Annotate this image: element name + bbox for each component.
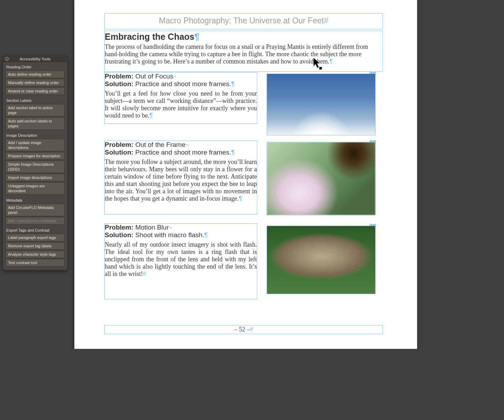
end-of-story-icon: # — [324, 16, 328, 25]
pilcrow-icon: ¶ — [231, 80, 235, 88]
btn-add-update-image-descriptions[interactable]: Add / update image descriptions — [6, 139, 65, 151]
soft-return-icon: ¬ — [173, 74, 176, 80]
pilcrow-icon: ¶ — [194, 32, 199, 42]
pasteboard-gutter — [74, 349, 417, 420]
btn-amend-clear-reading-order[interactable]: Amend or clear reading order — [6, 87, 65, 95]
problem-block-3[interactable]: Problem: Motion Blur¬ Solution: Shoot wi… — [104, 223, 257, 299]
problem-block-2[interactable]: Problem: Out of the Frame¬ Solution: Pra… — [104, 141, 257, 215]
pilcrow-icon: ¶ — [329, 58, 333, 65]
link-icon — [370, 223, 376, 227]
section-heading-image-description: Image Description — [3, 130, 67, 139]
panel-titlebar[interactable]: ✕ Accessibility Tools — [3, 56, 67, 62]
running-header-frame[interactable]: Macro Photography: The Universe at Our F… — [104, 13, 383, 29]
section-heading-metadata: Metadata — [3, 195, 67, 204]
page-number-frame[interactable]: – 52 –# — [104, 325, 383, 334]
btn-analyse-char-style-tags[interactable]: Analyse character style tags — [6, 250, 65, 258]
btn-remove-tag-labels[interactable]: Remove export tag labels — [6, 242, 65, 250]
solution-line: Solution: Practice and shoot more frames… — [105, 80, 257, 88]
image-frame-2[interactable] — [267, 142, 376, 215]
solution-line: Solution: Practice and shoot more frames… — [105, 149, 257, 156]
pilcrow-icon: ¶ — [204, 231, 208, 239]
problem-line: Problem: Out of the Frame¬ — [105, 141, 257, 149]
intro-text-frame[interactable]: Embracing the Chaos¶ The process of hand… — [104, 31, 383, 72]
btn-auto-add-section-labels[interactable]: Auto add section labels to pages — [6, 117, 65, 130]
btn-import-image-descriptions[interactable]: Import image descriptions — [6, 174, 65, 181]
btn-label-paragraph-tags[interactable]: Label paragraph export tags — [6, 234, 65, 241]
btn-auto-define-reading-order[interactable]: Auto define reading order — [6, 70, 65, 78]
btn-prepare-images[interactable]: Prepare images for description — [6, 152, 65, 160]
section-heading-section-labels: Section Labels — [3, 96, 67, 104]
soft-return-icon: ¬ — [169, 225, 172, 231]
placed-image-flower — [267, 142, 375, 215]
solution-line: Solution: Shoot with macro flash.¶ — [105, 231, 257, 239]
btn-add-amend-metadata[interactable]: Add / amend extra metadata — [6, 217, 65, 225]
panel-title: Accessibility Tools — [20, 57, 50, 61]
problem-line: Problem: Out of Focus¬ — [105, 73, 257, 80]
running-header-text: Macro Photography: The Universe at Our F… — [159, 16, 324, 25]
close-icon[interactable]: ✕ — [5, 57, 9, 61]
image-frame-3[interactable] — [267, 226, 376, 294]
btn-manually-define-reading-order[interactable]: Manually define reading order — [6, 79, 65, 87]
soft-return-icon: ¬ — [185, 142, 188, 148]
problem-block-1[interactable]: Problem: Out of Focus¬ Solution: Practic… — [104, 72, 257, 124]
section-heading-reading-order: Reading Order — [3, 62, 67, 70]
image-frame-1[interactable] — [267, 74, 376, 135]
problem-line: Problem: Motion Blur¬ — [105, 224, 257, 231]
section-heading-export-tags: Export Tags and Contrast — [3, 225, 67, 234]
pilcrow-icon: ¶ — [231, 149, 235, 156]
end-of-story-icon: # — [143, 270, 146, 277]
body-text: You’ll get a feel for how close you need… — [105, 90, 257, 119]
placed-image-moth — [267, 226, 375, 294]
btn-sidd[interactable]: Simple Image Descriptions (SIDD) — [6, 160, 65, 173]
placed-image-sky — [267, 74, 375, 135]
body-text: Nearly all of my outdoor insect imagery … — [105, 241, 257, 278]
btn-add-section-label[interactable]: Add section label to active page — [6, 104, 65, 117]
page-heading: Embracing the Chaos¶ — [105, 32, 383, 42]
btn-text-contrast-tool[interactable]: Text contrast tool — [6, 259, 65, 267]
link-icon — [370, 71, 376, 75]
end-of-story-icon: # — [250, 326, 253, 333]
link-icon — [370, 140, 376, 143]
pilcrow-icon: ¶ — [149, 112, 153, 119]
accessibility-tools-panel: ✕ Accessibility Tools Reading Order Auto… — [3, 56, 67, 270]
document-page[interactable]: Macro Photography: The Universe at Our F… — [74, 0, 417, 349]
pilcrow-icon: ¶ — [239, 195, 242, 202]
page-number: – 52 – — [234, 326, 250, 333]
body-text: The more you follow a subject around, th… — [105, 158, 257, 202]
btn-untagged-decorative[interactable]: Untagged images are decorative — [6, 182, 65, 195]
btn-add-circularflo-metadata[interactable]: Add CircularFLO Metadata panel — [6, 204, 65, 216]
intro-paragraph: The process of handholding the camera fo… — [105, 43, 383, 65]
